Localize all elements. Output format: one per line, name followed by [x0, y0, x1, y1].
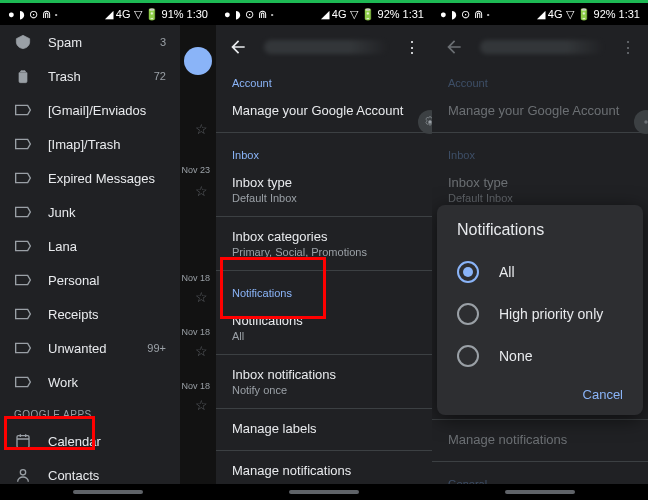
- google-apps-header: GOOGLE APPS: [0, 399, 180, 424]
- drawer-calendar[interactable]: Calendar: [0, 424, 180, 458]
- drawer-lana[interactable]: Lana: [0, 229, 180, 263]
- drawer-expired[interactable]: Expired Messages: [0, 161, 180, 195]
- drawer-unwanted[interactable]: Unwanted99+: [0, 331, 180, 365]
- drawer-receipts[interactable]: Receipts: [0, 297, 180, 331]
- svg-point-5: [644, 120, 648, 124]
- drawer-personal[interactable]: Personal: [0, 263, 180, 297]
- svg-rect-0: [17, 436, 29, 448]
- inbox-notifications[interactable]: Inbox notificationsNotify once: [216, 359, 432, 404]
- overflow-icon[interactable]: ⋮: [404, 38, 420, 57]
- drawer-trash[interactable]: Trash72: [0, 59, 180, 93]
- section-account: Account: [216, 65, 432, 95]
- phone-settings: ●◗⊙⋒• ◢4G▽🔋92%1:31 ⋮ Account Manage your…: [216, 0, 432, 500]
- drawer-contacts[interactable]: Contacts: [0, 458, 180, 484]
- drawer-imap-trash[interactable]: [Imap]/Trash: [0, 127, 180, 161]
- phone-drawer: ●◗⊙⋒• ◢4G▽🔋91%1:30 ☆ Nov 23 ☆ Nov 18 ☆ N…: [0, 0, 216, 500]
- account-avatar-icon[interactable]: [418, 110, 432, 134]
- account-email-blurred: [480, 40, 604, 54]
- overflow-icon: ⋮: [620, 38, 636, 57]
- section-inbox: Inbox: [216, 137, 432, 167]
- radio-none[interactable]: None: [437, 335, 643, 377]
- back-icon[interactable]: [228, 37, 248, 57]
- status-bar: ●◗⊙⋒• ◢4G▽🔋91%1:30: [0, 3, 216, 25]
- notifications-setting[interactable]: NotificationsAll: [216, 305, 432, 350]
- nav-drawer[interactable]: Spam3 Trash72 [Gmail]/Enviados [Imap]/Tr…: [0, 25, 180, 484]
- drawer-junk[interactable]: Junk: [0, 195, 180, 229]
- status-bar: ●◗⊙⋒• ◢4G▽🔋92%1:31: [216, 3, 432, 25]
- mail-list-bg: ☆ Nov 23 ☆ Nov 18 ☆ Nov 18 ☆ Nov 18 ☆: [180, 25, 216, 484]
- drawer-spam[interactable]: Spam3: [0, 25, 180, 59]
- drawer-work[interactable]: Work: [0, 365, 180, 399]
- nav-bar: [0, 484, 216, 500]
- radio-high-priority[interactable]: High priority only: [437, 293, 643, 335]
- notifications-dialog: Notifications All High priority only Non…: [437, 205, 643, 415]
- manage-account[interactable]: Manage your Google Account: [216, 95, 432, 128]
- back-icon: [444, 37, 464, 57]
- status-bar: ●◗⊙⋒• ◢4G▽🔋92%1:31: [432, 3, 648, 25]
- svg-point-1: [20, 470, 25, 475]
- manage-labels[interactable]: Manage labels: [216, 413, 432, 446]
- drawer-gmail-enviados[interactable]: [Gmail]/Enviados: [0, 93, 180, 127]
- inbox-categories[interactable]: Inbox categoriesPrimary, Social, Promoti…: [216, 221, 432, 266]
- inbox-type[interactable]: Inbox typeDefault Inbox: [216, 167, 432, 212]
- dialog-title: Notifications: [437, 221, 643, 251]
- section-notifications: Notifications: [216, 275, 432, 305]
- manage-notifications[interactable]: Manage notifications: [216, 455, 432, 484]
- radio-icon: [457, 303, 479, 325]
- cancel-button[interactable]: Cancel: [583, 387, 623, 402]
- account-email-blurred: [264, 40, 388, 54]
- radio-all[interactable]: All: [437, 251, 643, 293]
- radio-icon: [457, 261, 479, 283]
- radio-icon: [457, 345, 479, 367]
- phone-dialog: ●◗⊙⋒• ◢4G▽🔋92%1:31 ⋮ Account Manage your…: [432, 0, 648, 500]
